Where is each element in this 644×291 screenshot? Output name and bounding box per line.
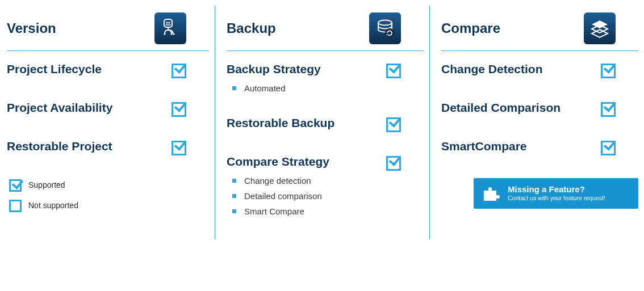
svg-point-1 — [166, 22, 168, 23]
layers-icon — [584, 12, 616, 44]
svg-point-2 — [168, 22, 170, 23]
svg-point-4 — [164, 33, 165, 35]
missing-feature-cta[interactable]: Missing a Feature? Contact us with your … — [474, 178, 638, 209]
legend-label: Not supported — [28, 201, 78, 210]
cta-subtitle: Contact us with your feature request! — [508, 195, 605, 202]
feature-row: Restorable Project — [7, 140, 209, 158]
column-compare: Compare Change Detection Detailed Compar… — [429, 6, 644, 239]
checkbox-icon — [601, 64, 616, 78]
feature-row: Project Availability — [7, 101, 209, 119]
column-header: Compare — [441, 6, 638, 51]
feature-label: Restorable Project — [7, 140, 112, 153]
list-item: Change detection — [232, 173, 329, 188]
feature-row: SmartCompare — [441, 140, 638, 158]
feature-label: Project Availability — [7, 101, 112, 115]
checkbox-icon — [172, 102, 186, 117]
feature-label: SmartCompare — [441, 140, 527, 153]
checkbox-icon — [386, 117, 401, 132]
svg-point-8 — [385, 28, 394, 37]
checkbox-icon — [601, 141, 616, 155]
column-title: Backup — [227, 20, 276, 36]
checkbox-icon — [601, 102, 616, 117]
feature-row: Detailed Comparison — [441, 101, 638, 119]
checkbox-empty-icon — [9, 200, 22, 212]
legend: Supported Not supported — [7, 178, 209, 212]
cta-text: Missing a Feature? Contact us with your … — [508, 185, 605, 201]
list-item: Detailed comparison — [232, 188, 329, 204]
columns-grid: Version — [0, 6, 644, 239]
features-list: Change Detection Detailed Comparison Sma… — [441, 51, 638, 158]
legend-supported: Supported — [9, 178, 209, 192]
puzzle-icon — [480, 183, 502, 204]
feature-label: Compare Strategy — [227, 155, 329, 168]
column-version: Version — [0, 6, 215, 239]
features-list: Project Lifecycle Project Availability R… — [7, 51, 209, 158]
feature-sub-list: Automated — [227, 81, 321, 96]
feature-row: Backup Strategy Automated — [227, 62, 424, 96]
column-title: Version — [7, 20, 56, 36]
feature-label: Restorable Backup — [227, 116, 334, 130]
feature-label: Detailed Comparison — [441, 101, 561, 115]
column-title: Compare — [441, 20, 500, 36]
feature-sub-list: Change detection Detailed comparison Sma… — [227, 173, 329, 219]
feature-matrix: Version — [0, 0, 644, 262]
cta-title: Missing a Feature? — [508, 185, 605, 195]
feature-label: Backup Strategy — [227, 62, 321, 76]
checkbox-icon — [172, 64, 186, 78]
svg-rect-0 — [164, 19, 172, 27]
list-item: Smart Compare — [232, 204, 329, 219]
list-item: Automated — [232, 81, 321, 96]
feature-row: Change Detection — [441, 62, 638, 81]
column-backup: Backup Backup Strategy — [215, 6, 429, 239]
legend-label: Supported — [28, 180, 65, 189]
feature-label: Change Detection — [441, 62, 543, 76]
svg-point-7 — [378, 20, 392, 25]
features-list: Backup Strategy Automated Restorable Bac… — [227, 51, 424, 219]
checkbox-icon — [172, 141, 186, 155]
svg-point-6 — [173, 33, 174, 35]
checkbox-icon — [386, 156, 401, 171]
checkbox-icon — [386, 64, 401, 78]
robot-icon — [154, 12, 186, 44]
feature-label: Project Lifecycle — [7, 62, 102, 76]
column-header: Backup — [227, 6, 424, 51]
svg-point-5 — [170, 33, 172, 35]
database-icon — [369, 12, 401, 44]
feature-row: Project Lifecycle — [7, 62, 209, 81]
feature-row: Compare Strategy Change detection Detail… — [227, 155, 424, 219]
feature-row: Restorable Backup — [227, 116, 424, 134]
legend-not-supported: Not supported — [9, 199, 209, 212]
checkbox-icon — [9, 179, 22, 192]
column-header: Version — [7, 6, 209, 51]
